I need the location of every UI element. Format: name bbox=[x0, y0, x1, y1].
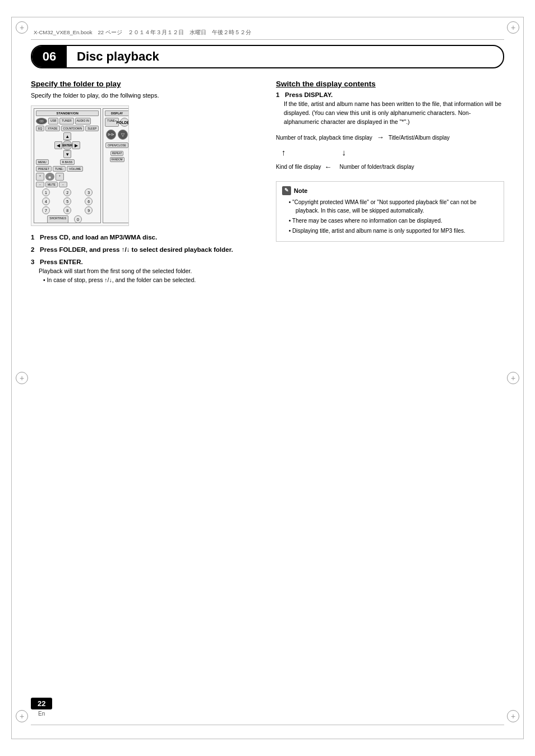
step-2-number: 2 bbox=[31, 246, 34, 253]
reg-mark-bottom-left bbox=[16, 710, 28, 722]
chapter-number: 06 bbox=[32, 46, 67, 67]
bottom-divider bbox=[31, 725, 504, 725]
step-2-title: 2 Press FOLDER, and press ↑/↓ to select … bbox=[31, 246, 259, 253]
flow-top-right: Title/Artist/Album display bbox=[389, 133, 450, 142]
step-1: 1 Press CD, and load an MP3/WMA disc. bbox=[31, 234, 259, 241]
chapter-header: 06 Disc playback bbox=[31, 45, 504, 68]
note-bullet-2: • There may be cases where no informatio… bbox=[289, 216, 498, 225]
flow-up-arrow: ↑ bbox=[282, 146, 286, 159]
reg-mark-top-left bbox=[16, 21, 28, 34]
step-3-label: 3 Press ENTER. bbox=[31, 259, 259, 265]
right-step-1-body: If the title, artist and album name has … bbox=[284, 100, 504, 126]
note-bullet-1: • "Copyright protected WMA file" or "Not… bbox=[289, 198, 498, 215]
step-1-title: 1 Press CD, and load an MP3/WMA disc. bbox=[31, 234, 259, 241]
step-3-number: 3 bbox=[31, 259, 34, 265]
step-2-text: Press FOLDER, and press ↑/↓ to select de… bbox=[40, 246, 233, 253]
remote-control: STANDBY/ON CD USB TUNER AUDIO IN EQ X'FA… bbox=[31, 106, 128, 225]
file-header: X-CM32_VXE8_En.book 22 ページ ２０１４年３月１２日 水曜… bbox=[34, 29, 501, 36]
chapter-title: Disc playback bbox=[67, 49, 159, 64]
step-3-bullet: • In case of stop, press ↑/↓, and the fo… bbox=[43, 276, 259, 285]
file-header-text: X-CM32_VXE8_En.book 22 ページ ２０１４年３月１２日 水曜… bbox=[34, 29, 251, 36]
left-section-intro: Specify the folder to play, do the follw… bbox=[31, 91, 259, 100]
flow-down-arrow: ↓ bbox=[342, 146, 347, 159]
right-section-heading: Switch the display contents bbox=[276, 80, 504, 88]
page-lang: En bbox=[31, 711, 52, 717]
step-3-body: Playback will start from the first song … bbox=[39, 267, 259, 276]
note-icon: ✎ bbox=[282, 186, 291, 195]
flow-arrow-left: ← bbox=[325, 162, 332, 173]
reg-mark-mid-left bbox=[16, 372, 28, 384]
right-column: Switch the display contents 1 Press DISP… bbox=[276, 80, 504, 291]
step-2: 2 Press FOLDER, and press ↑/↓ to select … bbox=[31, 246, 259, 253]
left-section-heading: Specify the folder to play bbox=[31, 80, 259, 88]
flow-top-left: Number of track, playback time display bbox=[276, 133, 372, 142]
reg-mark-bottom-right bbox=[507, 710, 519, 722]
top-divider bbox=[31, 39, 504, 40]
step-1-text: Press CD, and load an MP3/WMA disc. bbox=[40, 234, 157, 241]
page-number: 22 bbox=[31, 698, 52, 709]
step-3-heading: Press ENTER. bbox=[40, 259, 83, 265]
step-1-number: 1 bbox=[31, 234, 34, 241]
main-content: Specify the folder to play Specify the f… bbox=[31, 80, 504, 291]
flow-bottom-right: Number of folder/track display bbox=[340, 163, 414, 172]
right-step-1-label: Press DISPLAY. bbox=[285, 91, 333, 98]
step-3: 3 Press ENTER. Playback will start from … bbox=[31, 259, 259, 285]
right-step-1-title: 1 Press DISPLAY. bbox=[276, 91, 504, 98]
right-step-1-number: 1 bbox=[276, 91, 279, 98]
note-title: ✎ Note bbox=[282, 186, 498, 196]
page-footer: 22 En bbox=[31, 698, 52, 717]
flow-bottom-left: Kind of file display bbox=[276, 163, 321, 172]
note-bullet-3: • Displaying title, artist and album nam… bbox=[289, 227, 498, 235]
flow-arrow-right: → bbox=[377, 132, 384, 144]
flow-diagram: Number of track, playback time display →… bbox=[276, 132, 504, 173]
reg-mark-mid-right bbox=[507, 372, 519, 384]
right-step-1: 1 Press DISPLAY. If the title, artist an… bbox=[276, 91, 504, 126]
note-box: ✎ Note • "Copyright protected WMA file" … bbox=[276, 181, 504, 242]
left-column: Specify the folder to play Specify the f… bbox=[31, 80, 259, 291]
remote-control-image: STANDBY/ON CD USB TUNER AUDIO IN EQ X'FA… bbox=[31, 105, 129, 226]
reg-mark-top-right bbox=[507, 21, 519, 34]
